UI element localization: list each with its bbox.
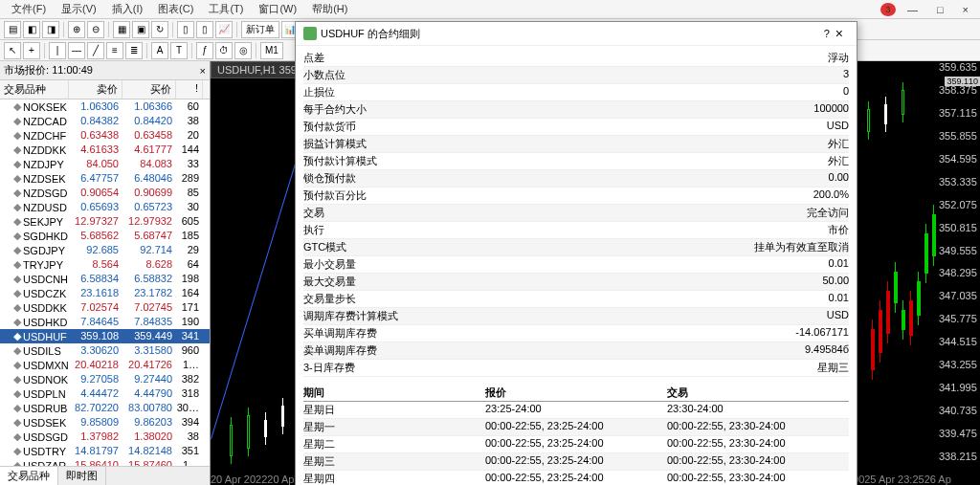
- quote-row[interactable]: ◆NZDJPY84.05084.08333: [0, 157, 210, 171]
- quote-row[interactable]: ◆NOKSEK1.063061.0636660: [0, 99, 210, 114]
- quote-row[interactable]: ◆USDCZK23.161823.1782164: [0, 286, 210, 300]
- quotes-list[interactable]: ◆NOKSEK1.063061.0636660◆NZDCAD0.843820.8…: [0, 99, 210, 466]
- vline-icon[interactable]: |: [49, 42, 66, 59]
- quote-row[interactable]: ◆NZDDKK4.616334.61777144: [0, 143, 210, 157]
- dialog-titlebar[interactable]: USDHUF 的合约细则 ? ×: [296, 22, 857, 46]
- spec-row: 预付款货币USD: [303, 119, 849, 136]
- spec-row: 交易量步长0.01: [303, 291, 849, 308]
- quote-row[interactable]: ◆NZDCAD0.843820.8442038: [0, 114, 210, 128]
- spec-row: GTC模式挂单为有效直至取消: [303, 239, 849, 256]
- fibo-icon[interactable]: ≣: [125, 42, 143, 59]
- maximize-icon[interactable]: □: [929, 4, 951, 15]
- trendline-icon[interactable]: ╱: [87, 42, 104, 59]
- toolbar-btn[interactable]: ↻: [151, 21, 168, 38]
- quote-row[interactable]: ◆USDILS3.306203.31580960: [0, 343, 210, 358]
- quote-row[interactable]: ◆NZDSEK6.477576.48046289: [0, 171, 210, 186]
- quote-row[interactable]: ◆SEKJPY12.9732712.97932605: [0, 214, 210, 229]
- menu-file[interactable]: 文件(F): [4, 2, 54, 16]
- quote-row[interactable]: ◆USDSGD1.379821.3802038: [0, 430, 210, 444]
- market-watch-title: 市场报价:: [4, 64, 49, 76]
- quote-row[interactable]: ◆NZDSGD0.906540.9069985: [0, 186, 210, 200]
- period-icon[interactable]: ⏱: [215, 42, 233, 59]
- spec-row: 3-日库存费星期三: [303, 360, 849, 377]
- new-order-btn[interactable]: 新订单: [241, 21, 279, 38]
- quote-row[interactable]: ◆USDHUF359.108359.449341: [0, 329, 210, 343]
- menu-window[interactable]: 窗口(W): [251, 2, 304, 16]
- indicator-icon[interactable]: ƒ: [196, 42, 213, 59]
- quote-row[interactable]: ◆USDZAR15.8641015.874601…: [0, 458, 210, 466]
- quote-row[interactable]: ◆TRYJPY8.5648.62864: [0, 257, 210, 272]
- chart-yaxis: 359.635358.375357.115355.855354.595353.3…: [937, 61, 980, 474]
- panel-close-icon[interactable]: ×: [200, 65, 206, 77]
- toolbar-btn[interactable]: ◨: [42, 21, 59, 38]
- notification-badge[interactable]: 3: [880, 3, 896, 16]
- spec-row: 买单调期库存费-14.067171: [303, 325, 849, 342]
- cursor-icon[interactable]: ↖: [4, 42, 21, 59]
- quote-row[interactable]: ◆USDPLN4.444724.44790318: [0, 386, 210, 401]
- menu-chart[interactable]: 图表(C): [150, 2, 201, 16]
- quote-row[interactable]: ◆USDMXN20.4021820.417261…: [0, 358, 210, 372]
- template-icon[interactable]: ◎: [234, 42, 252, 59]
- toolbar-btn[interactable]: ▣: [132, 21, 149, 38]
- spec-row: 调期库存费计算模式USD: [303, 308, 849, 325]
- market-watch-panel: 市场报价: 11:00:49 × 交易品种 卖价 买价 ! ◆NOKSEK1.0…: [0, 61, 211, 485]
- channel-icon[interactable]: ≡: [106, 42, 123, 59]
- price-tag: 359.110: [945, 77, 980, 86]
- spec-row: 执行市价: [303, 222, 849, 239]
- col-symbol[interactable]: 交易品种: [0, 80, 69, 99]
- schedule-row: 星期四00:00-22:55, 23:25-24:0000:00-22:55, …: [303, 471, 849, 485]
- quote-row[interactable]: ◆USDDKK7.025747.02745171: [0, 300, 210, 315]
- dialog-title: USDHUF 的合约细则: [321, 27, 824, 41]
- toolbar-btn[interactable]: ⊖: [87, 21, 104, 38]
- tab-tick-chart[interactable]: 即时图: [58, 467, 106, 485]
- toolbar-btn[interactable]: ▯: [177, 21, 194, 38]
- toolbar-btn[interactable]: ▯: [196, 21, 213, 38]
- sched-col-quote: 报价: [485, 386, 667, 400]
- menu-help[interactable]: 帮助(H): [304, 2, 355, 16]
- sched-col-period: 期间: [303, 386, 485, 400]
- spec-row: 损益计算模式外汇: [303, 136, 849, 153]
- m1-btn[interactable]: M1: [260, 42, 283, 59]
- spec-row: 点差浮动: [303, 50, 849, 67]
- quote-columns: 交易品种 卖价 买价 !: [0, 80, 210, 99]
- market-watch-time: 11:00:49: [52, 64, 93, 76]
- quote-row[interactable]: ◆USDNOK9.270589.27440382: [0, 372, 210, 386]
- menu-tools[interactable]: 工具(T): [201, 2, 251, 16]
- text-label-icon[interactable]: T: [170, 42, 188, 59]
- spec-row: 每手合约大小100000: [303, 101, 849, 119]
- menu-view[interactable]: 显示(V): [54, 2, 104, 16]
- market-watch-tabs: 交易品种 即时图: [0, 466, 210, 485]
- menu-insert[interactable]: 插入(I): [104, 2, 150, 16]
- quote-row[interactable]: ◆USDSEK9.858099.86203394: [0, 415, 210, 430]
- minimize-icon[interactable]: —: [900, 4, 925, 15]
- col-ask[interactable]: 买价: [122, 80, 176, 99]
- schedule-table: 期间 报价 交易 星期日23:25-24:0023:30-24:00星期一00:…: [296, 381, 857, 485]
- col-bid[interactable]: 卖价: [69, 80, 122, 99]
- quote-row[interactable]: ◆NZDUSD0.656930.6572330: [0, 200, 210, 214]
- toolbar-btn[interactable]: 📈: [215, 21, 233, 38]
- text-icon[interactable]: A: [151, 42, 168, 59]
- quote-row[interactable]: ◆USDCNH6.588346.58832198: [0, 272, 210, 286]
- toolbar-btn[interactable]: ▦: [113, 21, 130, 38]
- close-icon[interactable]: ×: [955, 4, 976, 15]
- hline-icon[interactable]: —: [68, 42, 85, 59]
- quote-row[interactable]: ◆NZDCHF0.634380.6345820: [0, 128, 210, 143]
- toolbar-btn[interactable]: ⊕: [68, 21, 85, 38]
- schedule-row: 星期一00:00-22:55, 23:25-24:0000:00-22:55, …: [303, 419, 849, 436]
- menubar: 文件(F) 显示(V) 插入(I) 图表(C) 工具(T) 窗口(W) 帮助(H…: [0, 0, 980, 19]
- schedule-row: 星期三00:00-22:55, 23:25-24:0000:00-22:55, …: [303, 453, 849, 471]
- toolbar-btn[interactable]: ◧: [23, 21, 40, 38]
- toolbar-btn[interactable]: ▤: [4, 21, 21, 38]
- quote-row[interactable]: ◆USDTRY14.8179714.82148351: [0, 444, 210, 458]
- schedule-row: 星期日23:25-24:0023:30-24:00: [303, 402, 849, 419]
- dialog-close-icon[interactable]: ×: [830, 26, 849, 41]
- quote-row[interactable]: ◆SGDHKD5.685625.68747185: [0, 229, 210, 243]
- col-spread[interactable]: !: [176, 80, 203, 99]
- quote-row[interactable]: ◆USDHKD7.846457.84835190: [0, 315, 210, 329]
- spec-row: 预付款计算模式外汇: [303, 153, 849, 170]
- quote-row[interactable]: ◆SGDJPY92.68592.71429: [0, 243, 210, 257]
- spec-row: 最小交易量0.01: [303, 256, 849, 274]
- quote-row[interactable]: ◆USDRUB82.7022083.0078030…: [0, 401, 210, 415]
- tab-symbols[interactable]: 交易品种: [0, 467, 58, 485]
- crosshair-icon[interactable]: +: [23, 42, 40, 59]
